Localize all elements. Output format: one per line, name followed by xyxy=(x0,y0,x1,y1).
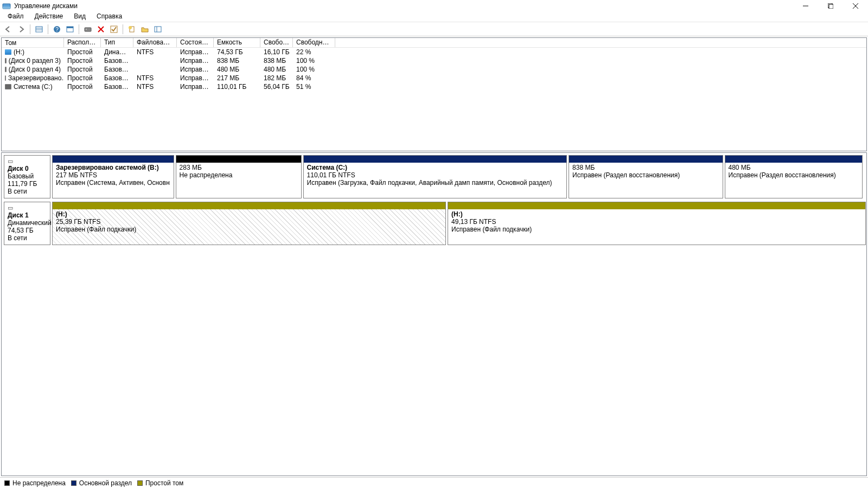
partition[interactable]: 480 МБИсправен (Раздел восстановления) xyxy=(725,155,863,198)
disk-type: Динамический xyxy=(8,219,47,227)
partition-colorbar xyxy=(725,156,862,163)
svg-rect-4 xyxy=(829,4,833,9)
folder-icon[interactable] xyxy=(139,23,151,35)
partition-status: Не распределена xyxy=(180,171,298,179)
table-row[interactable]: Зарезервировано...ПростойБазовыйNTFSИспр… xyxy=(2,74,866,82)
col-layout[interactable]: Располо... xyxy=(64,38,101,47)
col-type[interactable]: Тип xyxy=(101,38,133,47)
partition-size: 283 МБ xyxy=(180,164,298,171)
partition-status: Исправен (Файл подкачки) xyxy=(451,226,862,233)
cell-fs: NTFS xyxy=(133,74,177,82)
table-row[interactable]: (H:)ПростойДинами...NTFSИсправен...74,53… xyxy=(2,48,866,56)
svg-point-15 xyxy=(86,29,87,30)
app-icon xyxy=(2,2,11,10)
volume-list[interactable]: Том Располо... Тип Файловая с... Состоян… xyxy=(1,37,867,151)
help-icon[interactable]: ? xyxy=(51,23,63,35)
col-free[interactable]: Свобод... xyxy=(260,38,293,47)
partition[interactable]: (H:)25,39 ГБ NTFSИсправен (Файл подкачки… xyxy=(52,202,446,245)
table-row[interactable]: (Диск 0 раздел 3)ПростойБазовыйИсправен.… xyxy=(2,56,866,65)
cell-fs: NTFS xyxy=(133,83,177,91)
partition-colorbar xyxy=(176,156,301,163)
menu-action[interactable]: Действие xyxy=(29,12,69,22)
list-icon[interactable] xyxy=(33,23,45,35)
cell-freepct: 22 % xyxy=(293,48,335,56)
volume-icon xyxy=(5,75,6,81)
volume-list-header: Том Располо... Тип Файловая с... Состоян… xyxy=(2,38,866,48)
titlebar: Управление дисками xyxy=(0,0,868,12)
legend-unallocated-label: Не распределена xyxy=(12,479,66,487)
disk-info[interactable]: ▭Диск 1Динамический74,53 ГБВ сети xyxy=(4,202,50,245)
svg-text:?: ? xyxy=(55,27,59,33)
delete-icon[interactable] xyxy=(95,23,107,35)
partition-colorbar xyxy=(304,156,567,163)
cell-capacity: 838 МБ xyxy=(214,57,260,65)
partition[interactable]: 283 МБНе распределена xyxy=(176,155,302,198)
col-freepct[interactable]: Свободно % xyxy=(293,38,335,47)
col-volume[interactable]: Том xyxy=(2,38,64,47)
legend-primary: Основной раздел xyxy=(71,479,132,487)
volume-name: (Диск 0 раздел 3) xyxy=(9,57,61,65)
partition[interactable]: Система (C:)110,01 ГБ NTFSИсправен (Загр… xyxy=(303,155,567,198)
minimize-button[interactable] xyxy=(793,0,818,12)
refresh-icon[interactable] xyxy=(64,23,76,35)
cell-capacity: 74,53 ГБ xyxy=(214,48,260,56)
volume-name: (H:) xyxy=(14,48,24,56)
partition-status: Исправен (Файл подкачки) xyxy=(56,226,442,233)
svg-rect-1 xyxy=(3,7,10,9)
menu-file[interactable]: Файл xyxy=(2,12,29,22)
disk-type: Базовый xyxy=(8,172,47,180)
maximize-button[interactable] xyxy=(818,0,843,12)
disk-icon: ▭ xyxy=(8,204,47,211)
table-row[interactable]: Система (C:)ПростойБазовыйNTFSИсправен..… xyxy=(2,82,866,91)
col-status[interactable]: Состояние xyxy=(177,38,214,47)
disk-row: ▭Диск 1Динамический74,53 ГБВ сети(H:)25,… xyxy=(4,202,864,245)
cell-type: Базовый xyxy=(101,74,133,82)
partition-colorbar xyxy=(53,202,445,209)
disk-icon[interactable] xyxy=(82,23,94,35)
cell-status: Исправен... xyxy=(177,57,214,65)
partition[interactable]: (H:)49,13 ГБ NTFSИсправен (Файл подкачки… xyxy=(448,202,866,245)
disk-state: В сети xyxy=(8,188,47,195)
partition-size: 110,01 ГБ NTFS xyxy=(307,171,564,179)
disk-info[interactable]: ▭Диск 0Базовый111,79 ГБВ сети xyxy=(4,155,50,198)
check-icon[interactable] xyxy=(108,23,120,35)
forward-button[interactable] xyxy=(15,23,27,35)
svg-point-20 xyxy=(129,26,132,29)
volume-icon xyxy=(5,84,11,89)
cell-type: Базовый xyxy=(101,57,133,65)
cell-freepct: 84 % xyxy=(293,74,335,82)
cell-free: 182 МБ xyxy=(260,74,293,82)
disk-size: 74,53 ГБ xyxy=(8,227,47,234)
cell-capacity: 217 МБ xyxy=(214,74,260,82)
partition-status: Исправен (Раздел восстановления) xyxy=(572,171,719,179)
cell-status: Исправен... xyxy=(177,48,214,56)
cell-layout: Простой xyxy=(64,83,101,91)
cell-layout: Простой xyxy=(64,48,101,56)
new-icon[interactable] xyxy=(126,23,138,35)
cell-layout: Простой xyxy=(64,74,101,82)
legend-primary-label: Основной раздел xyxy=(79,479,132,487)
back-button[interactable] xyxy=(2,23,14,35)
volume-name: Система (C:) xyxy=(14,83,53,91)
col-filesystem[interactable]: Файловая с... xyxy=(133,38,177,47)
view-icon[interactable] xyxy=(152,23,164,35)
partition[interactable]: Зарезервировано системой (B:)217 МБ NTFS… xyxy=(52,155,174,198)
svg-rect-13 xyxy=(67,27,73,28)
volume-name: Зарезервировано... xyxy=(8,74,64,82)
partition-title: Система (C:) xyxy=(307,164,564,171)
menu-help[interactable]: Справка xyxy=(91,12,127,22)
volume-icon xyxy=(5,49,11,55)
cell-type: Базовый xyxy=(101,66,133,73)
close-button[interactable] xyxy=(843,0,868,12)
col-capacity[interactable]: Емкость xyxy=(214,38,260,47)
disk-map-pane[interactable]: ▭Диск 0Базовый111,79 ГБВ сетиЗарезервиро… xyxy=(1,152,867,476)
cell-type: Базовый xyxy=(101,83,133,91)
cell-layout: Простой xyxy=(64,57,101,65)
menu-view[interactable]: Вид xyxy=(68,12,91,22)
cell-free: 16,10 ГБ xyxy=(260,48,293,56)
table-row[interactable]: (Диск 0 раздел 4)ПростойБазовыйИсправен.… xyxy=(2,65,866,74)
partition[interactable]: 838 МБИсправен (Раздел восстановления) xyxy=(569,155,723,198)
legend-simple-label: Простой том xyxy=(145,479,183,487)
partition-status: Исправен (Система, Активен, Основн xyxy=(56,179,170,187)
volume-icon xyxy=(5,58,7,63)
